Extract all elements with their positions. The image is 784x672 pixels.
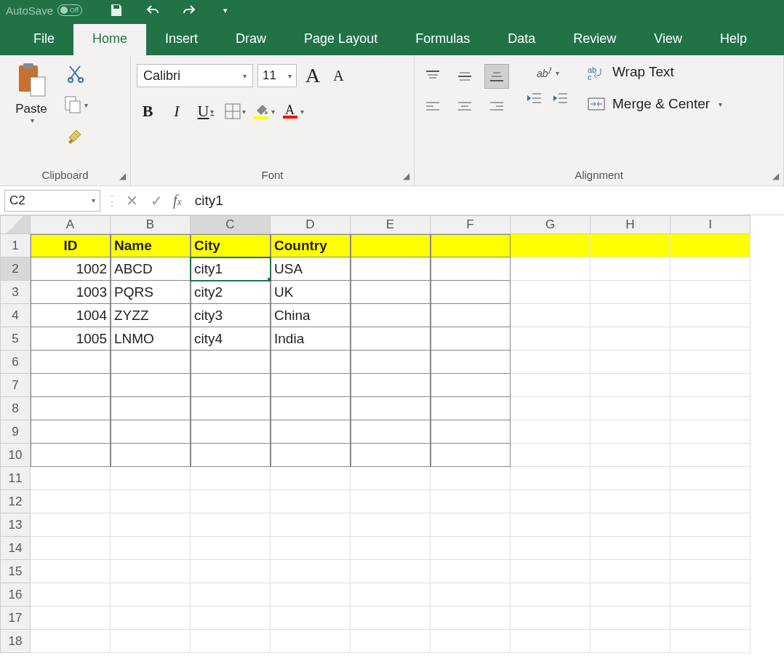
fill-color-button[interactable]: ▾: [253, 100, 275, 122]
cut-button[interactable]: [63, 63, 89, 86]
row-header[interactable]: 3: [0, 281, 31, 304]
tab-view[interactable]: View: [635, 24, 701, 55]
cell[interactable]: [191, 351, 271, 374]
cell[interactable]: [31, 560, 111, 583]
cell[interactable]: [591, 513, 671, 537]
alignment-launcher-icon[interactable]: ◢: [772, 171, 779, 181]
redo-icon[interactable]: [181, 2, 197, 18]
cell[interactable]: [191, 630, 271, 653]
cell[interactable]: [511, 327, 591, 351]
cell[interactable]: [431, 257, 511, 281]
cell[interactable]: [431, 630, 511, 653]
cell[interactable]: [351, 304, 431, 327]
cell[interactable]: [351, 607, 431, 630]
undo-icon[interactable]: [145, 2, 161, 18]
cell[interactable]: 1005: [31, 327, 111, 351]
cell[interactable]: [351, 257, 431, 281]
cell[interactable]: [31, 513, 111, 537]
cell[interactable]: [671, 537, 751, 560]
decrease-font-size-button[interactable]: A: [329, 68, 348, 84]
cell[interactable]: [191, 490, 271, 513]
cell[interactable]: [111, 374, 191, 397]
cell[interactable]: City: [191, 234, 271, 257]
cell[interactable]: [671, 490, 751, 513]
cell[interactable]: [671, 630, 751, 653]
row-header[interactable]: 4: [0, 304, 31, 327]
cell[interactable]: [511, 397, 591, 420]
copy-button[interactable]: ▾: [63, 93, 89, 116]
row-header[interactable]: 18: [0, 630, 31, 653]
cell[interactable]: [31, 397, 111, 420]
column-header[interactable]: F: [431, 215, 511, 234]
cell[interactable]: [191, 560, 271, 583]
cell[interactable]: [591, 607, 671, 630]
cell[interactable]: [431, 234, 511, 257]
cell[interactable]: [31, 537, 111, 560]
cell[interactable]: [351, 583, 431, 607]
cell[interactable]: [111, 420, 191, 444]
cell[interactable]: [511, 513, 591, 537]
cell[interactable]: [591, 281, 671, 304]
italic-button[interactable]: I: [166, 100, 188, 122]
column-header[interactable]: G: [511, 215, 591, 234]
row-header[interactable]: 11: [0, 467, 31, 490]
cell[interactable]: [31, 351, 111, 374]
autosave-toggle[interactable]: Off: [57, 4, 82, 16]
cell[interactable]: [111, 560, 191, 583]
cell[interactable]: ABCD: [111, 257, 191, 281]
cell[interactable]: [431, 607, 511, 630]
cell[interactable]: [271, 513, 351, 537]
cell[interactable]: [591, 257, 671, 281]
tab-page-layout[interactable]: Page Layout: [285, 24, 396, 55]
cell[interactable]: [271, 583, 351, 607]
cell[interactable]: [431, 560, 511, 583]
cell[interactable]: [271, 374, 351, 397]
cell[interactable]: [111, 630, 191, 653]
copy-dropdown-icon[interactable]: ▾: [84, 101, 88, 109]
clipboard-launcher-icon[interactable]: ◢: [119, 171, 126, 181]
cell[interactable]: [351, 351, 431, 374]
row-header[interactable]: 7: [0, 374, 31, 397]
cell[interactable]: [591, 630, 671, 653]
bold-button[interactable]: B: [137, 100, 159, 122]
cell[interactable]: [431, 327, 511, 351]
cell[interactable]: city1: [191, 257, 271, 281]
cell[interactable]: city3: [191, 304, 271, 327]
wrap-text-button[interactable]: abc Wrap Text: [588, 64, 722, 80]
cell[interactable]: [351, 513, 431, 537]
cell[interactable]: [671, 513, 751, 537]
cell[interactable]: [351, 467, 431, 490]
name-box[interactable]: C2 ▾: [4, 190, 100, 212]
cell[interactable]: [191, 467, 271, 490]
cell[interactable]: [351, 630, 431, 653]
cell[interactable]: India: [271, 327, 351, 351]
column-header[interactable]: E: [351, 215, 431, 234]
cell[interactable]: [271, 630, 351, 653]
cell[interactable]: [431, 374, 511, 397]
row-header[interactable]: 16: [0, 583, 31, 607]
cell[interactable]: [351, 327, 431, 351]
cell[interactable]: [591, 444, 671, 467]
cell[interactable]: 1003: [31, 281, 111, 304]
cell[interactable]: [191, 583, 271, 607]
align-center-button[interactable]: [452, 95, 477, 119]
increase-indent-button[interactable]: [551, 92, 569, 105]
cell[interactable]: [31, 420, 111, 444]
cell[interactable]: [351, 281, 431, 304]
tab-data[interactable]: Data: [489, 24, 554, 55]
cell[interactable]: [431, 351, 511, 374]
cell[interactable]: [511, 583, 591, 607]
row-header[interactable]: 15: [0, 560, 31, 583]
decrease-indent-button[interactable]: [525, 92, 543, 105]
borders-button[interactable]: ▾: [224, 100, 246, 122]
cell[interactable]: [31, 444, 111, 467]
cell[interactable]: [591, 351, 671, 374]
cell[interactable]: [591, 560, 671, 583]
cell[interactable]: [511, 467, 591, 490]
tab-help[interactable]: Help: [701, 24, 766, 55]
cell[interactable]: [591, 583, 671, 607]
cell[interactable]: PQRS: [111, 281, 191, 304]
cell[interactable]: [351, 490, 431, 513]
cell[interactable]: [271, 397, 351, 420]
row-header[interactable]: 14: [0, 537, 31, 560]
